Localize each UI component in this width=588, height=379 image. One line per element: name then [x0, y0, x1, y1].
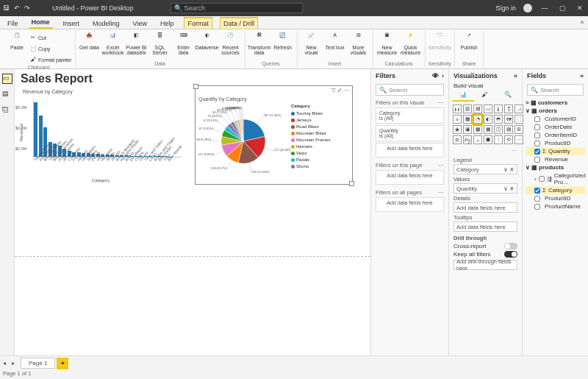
next-page-icon[interactable]: ▸: [9, 360, 18, 366]
viz-type-23[interactable]: ⟐: [473, 135, 482, 144]
filter-card-category[interactable]: Categoryis (All): [376, 107, 444, 124]
format-painter-button[interactable]: 🖌Format painter: [29, 54, 72, 65]
pbi-datasets-button[interactable]: ◧Power BI datasets: [126, 31, 148, 56]
publish-button[interactable]: ↗Publish: [458, 31, 480, 50]
pie-chart-visual[interactable]: ▽ ⤢ ⋯ Quantity by Category 287 (21.46%)2…: [195, 85, 353, 185]
tab-view[interactable]: View: [130, 18, 150, 29]
table-products[interactable]: ∨▦products: [526, 163, 585, 171]
viz-type-7[interactable]: ≡: [453, 115, 462, 124]
recent-sources-button[interactable]: 🕑Recent sources: [220, 31, 242, 56]
filters-search[interactable]: 🔍Search: [376, 84, 444, 96]
more-options-icon[interactable]: ⋯: [344, 88, 349, 93]
copy-button[interactable]: 📄Copy: [29, 43, 72, 54]
sign-in-link[interactable]: Sign in: [495, 4, 516, 12]
tooltips-field-well[interactable]: Add data fields here: [453, 222, 517, 232]
table-orders[interactable]: ∨▦orders: [526, 107, 585, 115]
viz-type-24[interactable]: ⬢: [484, 135, 492, 144]
viz-type-18[interactable]: ◫: [494, 125, 503, 134]
more-icon[interactable]: ⋯: [438, 99, 444, 106]
viz-type-21[interactable]: R: [453, 135, 462, 144]
legend-field-well[interactable]: Category∨ ✕: [453, 164, 517, 174]
tab-help[interactable]: Help: [157, 18, 177, 29]
more-icon[interactable]: ⋯: [438, 189, 444, 196]
viz-type-13[interactable]: ⬚: [514, 115, 523, 124]
enter-data-button[interactable]: ⌨Enter data: [173, 31, 195, 56]
tab-format[interactable]: Format: [184, 17, 212, 29]
maximize-button[interactable]: ▢: [557, 4, 567, 12]
field-ProductName[interactable]: ProductName: [526, 202, 585, 210]
drill-through-well[interactable]: Add drill-through fields here: [453, 260, 517, 270]
collapse-ribbon-icon[interactable]: ^: [576, 18, 588, 29]
sql-server-button[interactable]: 🗄SQL Server: [149, 31, 171, 56]
dataverse-button[interactable]: ◐Dataverse: [196, 31, 218, 50]
bar-chart-visual[interactable]: Revenue by Category $0.2M $0.1M $0.0M Re…: [15, 85, 184, 185]
tab-modeling[interactable]: Modeling: [90, 18, 123, 29]
save-icon[interactable]: 🖫: [3, 4, 10, 12]
collapse-viz-icon[interactable]: »: [514, 72, 517, 79]
titlebar-search[interactable]: 🔍 Search: [171, 3, 303, 13]
more-icon[interactable]: ⋯: [438, 162, 444, 169]
close-button[interactable]: ✕: [575, 4, 585, 12]
viz-type-9[interactable]: ◔: [473, 115, 482, 124]
analytics-tab[interactable]: 🔍: [497, 89, 519, 102]
details-field-well[interactable]: Add data fields here: [453, 202, 517, 213]
viz-type-4[interactable]: ⫿: [494, 105, 503, 113]
paste-button[interactable]: 📋Paste: [6, 31, 28, 50]
viz-type-5[interactable]: ⣿: [504, 105, 513, 113]
collapse-filters-icon[interactable]: ›: [442, 72, 444, 79]
add-page-button[interactable]: +: [57, 358, 68, 369]
viz-type-19[interactable]: ▤: [504, 125, 513, 134]
viz-type-26[interactable]: ⟲: [504, 135, 513, 144]
viz-type-11[interactable]: ◓: [494, 115, 503, 124]
viz-type-27[interactable]: ⋯: [514, 135, 523, 144]
viz-type-1[interactable]: ▥: [463, 105, 472, 113]
excel-button[interactable]: 📊Excel workbook: [102, 31, 124, 56]
get-data-button[interactable]: 📥Get data: [79, 31, 101, 50]
filter-drop-all[interactable]: Add data fields here: [376, 197, 444, 212]
new-measure-button[interactable]: 🖩New measure: [376, 31, 398, 56]
filter-icon[interactable]: ▽: [331, 88, 335, 93]
report-view-icon[interactable]: ▭: [2, 74, 12, 84]
viz-type-22[interactable]: Py: [463, 135, 472, 144]
tab-home[interactable]: Home: [29, 17, 53, 29]
viz-type-2[interactable]: ▤: [473, 105, 482, 113]
format-visual-tab[interactable]: 🖌: [474, 89, 496, 102]
fields-search[interactable]: 🔍Search: [527, 84, 584, 96]
keep-filters-toggle[interactable]: [504, 251, 517, 258]
field-CustomerID[interactable]: CustomerID: [526, 115, 585, 123]
tab-data-drill[interactable]: Data / Drill: [220, 17, 258, 29]
field-Category[interactable]: ΣCategory: [526, 186, 585, 194]
viz-type-15[interactable]: ▣: [463, 125, 472, 134]
field-OrderDate[interactable]: OrderDate: [526, 123, 585, 131]
field-Quantity[interactable]: ΣQuantity: [526, 147, 585, 155]
viz-type-14[interactable]: ◉: [453, 125, 462, 134]
collapse-fields-icon[interactable]: »: [580, 72, 584, 79]
more-viz-icon[interactable]: ⋯: [449, 147, 522, 154]
page-tab-1[interactable]: Page 1: [21, 358, 55, 369]
build-visual-tab[interactable]: 📊: [452, 89, 474, 102]
refresh-button[interactable]: 🔄Refresh: [272, 31, 294, 50]
table-customers[interactable]: >▦customers: [526, 99, 585, 107]
viz-type-12[interactable]: 🗺: [504, 115, 513, 124]
quick-measure-button[interactable]: ⚡Quick measure: [400, 31, 422, 56]
model-view-icon[interactable]: ⿻: [2, 106, 12, 116]
viz-type-6[interactable]: ⩘: [514, 105, 523, 113]
text-box-button[interactable]: AText box: [324, 31, 346, 50]
field-Categorized Pro...[interactable]: ›⇶Categorized Pro...: [526, 171, 585, 186]
filter-card-quantity[interactable]: Quantityis (All): [376, 125, 444, 141]
field-OrderItemID[interactable]: OrderItemID: [526, 131, 585, 139]
viz-type-20[interactable]: ⊞: [514, 125, 523, 134]
viz-type-10[interactable]: ◐: [484, 115, 492, 124]
viz-type-17[interactable]: ▦: [484, 125, 492, 134]
field-Revenue[interactable]: Revenue: [526, 155, 585, 163]
bar[interactable]: [34, 102, 37, 157]
new-visual-button[interactable]: 📈New visual: [301, 31, 323, 56]
field-ProductID[interactable]: ProductID: [526, 139, 585, 147]
minimize-button[interactable]: —: [539, 4, 550, 12]
filter-drop-visual[interactable]: Add data fields here: [376, 143, 444, 157]
filter-drop-page[interactable]: Add data fields here: [376, 170, 444, 185]
show-filter-icon[interactable]: 👁: [432, 72, 439, 79]
tab-insert[interactable]: Insert: [60, 18, 83, 29]
viz-type-0[interactable]: ⫾⫾: [453, 105, 462, 113]
cross-report-toggle[interactable]: [504, 243, 517, 249]
